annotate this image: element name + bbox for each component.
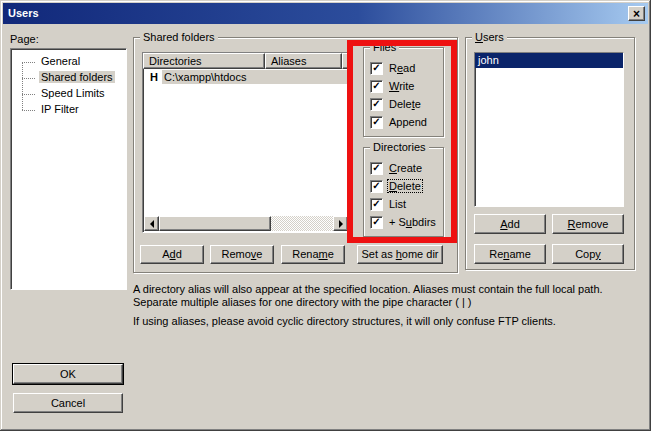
cancel-button[interactable]: Cancel: [13, 393, 123, 413]
checkbox-label: Read: [388, 62, 416, 74]
cancel-button-label: Cancel: [51, 394, 85, 412]
check-icon: ✓: [372, 199, 380, 209]
close-button[interactable]: ×: [628, 6, 645, 21]
remove-directory-button-label: Remove: [222, 246, 263, 263]
checkbox-label: Delete: [388, 98, 422, 110]
check-icon: ✓: [372, 181, 380, 191]
close-icon: ×: [633, 8, 640, 20]
checkbox-box: ✓: [370, 80, 383, 93]
shared-folders-group-label: Shared folders: [140, 31, 218, 44]
rename-directory-button-label: Rename: [292, 246, 334, 263]
directory-row[interactable]: H C:\xampp\htdocs: [143, 69, 349, 85]
checkbox-dirs-subdirs[interactable]: ✓ + Subdirs: [370, 215, 437, 229]
checkbox-label: Delete: [388, 180, 422, 192]
users-dialog: Users × Page: General Shared folders Spe…: [0, 0, 651, 431]
remove-user-button-label: Remove: [568, 215, 609, 233]
scrollbar-track[interactable]: [271, 216, 333, 231]
column-header-aliases[interactable]: Aliases: [265, 53, 342, 69]
checkbox-dirs-delete[interactable]: ✓ Delete: [370, 179, 422, 193]
page-item-speed-limits[interactable]: Speed Limits: [11, 86, 126, 102]
checkbox-box: ✓: [370, 98, 383, 111]
alias-info-paragraph-2: If using aliases, please avoid cyclic di…: [133, 315, 638, 328]
files-group-label: Files: [370, 41, 399, 54]
scrollbar-thumb[interactable]: [159, 216, 271, 231]
check-icon: ✓: [372, 117, 380, 127]
remove-directory-button[interactable]: Remove: [210, 245, 274, 264]
directories-table: Directories Aliases H C:\xampp\htdocs: [142, 52, 350, 233]
files-permissions-group: Files ✓ Read ✓ Write ✓ Delete ✓ Append: [363, 47, 444, 137]
checkbox-dirs-list[interactable]: ✓ List: [370, 197, 407, 211]
checkbox-box: ✓: [370, 116, 383, 129]
check-icon: ✓: [372, 63, 380, 73]
checkbox-label: + Subdirs: [388, 216, 437, 228]
scroll-left-button[interactable]: [144, 216, 159, 231]
home-marker: H: [150, 71, 158, 83]
page-item-ip-filter[interactable]: IP Filter: [11, 102, 126, 118]
check-icon: ✓: [372, 99, 380, 109]
add-user-button[interactable]: Add: [474, 214, 546, 234]
rename-directory-button[interactable]: Rename: [281, 245, 345, 264]
rename-user-button[interactable]: Rename: [474, 244, 546, 264]
horizontal-scrollbar[interactable]: [144, 216, 348, 231]
copy-user-button-label: Copy: [575, 245, 601, 263]
checkbox-box: ✓: [370, 180, 383, 193]
checkbox-files-append[interactable]: ✓ Append: [370, 115, 428, 129]
checkbox-files-write[interactable]: ✓ Write: [370, 79, 415, 93]
rename-user-button-label: Rename: [489, 245, 531, 263]
checkbox-label: Append: [388, 116, 428, 128]
checkbox-label: List: [388, 198, 407, 210]
column-header-filler: [342, 53, 349, 69]
checkbox-box: ✓: [370, 62, 383, 75]
checkbox-label: Write: [388, 80, 415, 92]
ok-button[interactable]: OK: [13, 364, 123, 384]
scroll-right-icon: [339, 220, 347, 228]
directory-path: C:\xampp\htdocs: [162, 70, 348, 84]
checkbox-box: ✓: [370, 198, 383, 211]
page-item-shared-folders[interactable]: Shared folders: [11, 70, 126, 86]
check-icon: ✓: [372, 217, 380, 227]
scroll-right-button[interactable]: [333, 216, 348, 231]
window-title: Users: [3, 3, 39, 24]
set-as-home-dir-button-label: Set as home dir: [361, 246, 438, 263]
column-header-directories[interactable]: Directories: [143, 53, 265, 69]
titlebar[interactable]: Users ×: [3, 3, 648, 24]
copy-user-button[interactable]: Copy: [552, 244, 624, 264]
directories-permissions-group: Directories ✓ Create ✓ Delete ✓ List ✓ +…: [363, 147, 444, 237]
table-header: Directories Aliases: [143, 53, 349, 69]
check-icon: ✓: [372, 81, 380, 91]
page-list: General Shared folders Speed Limits IP F…: [10, 48, 127, 290]
alias-info-paragraph-1: A directory alias will also appear at th…: [133, 283, 638, 309]
checkbox-box: ✓: [370, 216, 383, 229]
users-list: john: [474, 52, 624, 207]
page-item-general[interactable]: General: [11, 54, 126, 70]
directories-group-label: Directories: [370, 141, 429, 154]
check-icon: ✓: [372, 163, 380, 173]
checkbox-files-delete[interactable]: ✓ Delete: [370, 97, 422, 111]
add-directory-button-label: Add: [162, 246, 182, 263]
page-label: Page:: [10, 33, 39, 45]
add-user-button-label: Add: [500, 215, 520, 233]
remove-user-button[interactable]: Remove: [552, 214, 624, 234]
users-group-label: Users: [472, 31, 507, 44]
checkbox-label: Create: [388, 162, 423, 174]
checkbox-dirs-create[interactable]: ✓ Create: [370, 161, 423, 175]
checkbox-files-read[interactable]: ✓ Read: [370, 61, 416, 75]
checkbox-box: ✓: [370, 162, 383, 175]
alias-info-text: A directory alias will also appear at th…: [133, 283, 638, 328]
user-item-john[interactable]: john: [475, 53, 623, 68]
ok-button-label: OK: [60, 365, 76, 383]
scroll-left-icon: [146, 220, 154, 228]
set-as-home-dir-button[interactable]: Set as home dir: [357, 245, 443, 264]
add-directory-button[interactable]: Add: [140, 245, 204, 264]
